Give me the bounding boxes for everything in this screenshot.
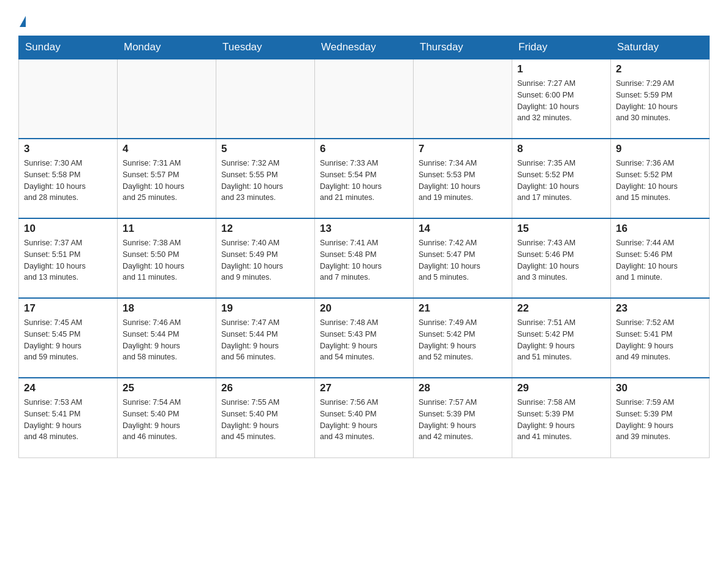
- calendar-cell: 14Sunrise: 7:42 AM Sunset: 5:47 PM Dayli…: [414, 218, 512, 298]
- day-info: Sunrise: 7:48 AM Sunset: 5:43 PM Dayligh…: [320, 317, 408, 363]
- day-info: Sunrise: 7:54 AM Sunset: 5:40 PM Dayligh…: [123, 397, 211, 443]
- day-info: Sunrise: 7:33 AM Sunset: 5:54 PM Dayligh…: [320, 158, 408, 204]
- calendar-cell: 26Sunrise: 7:55 AM Sunset: 5:40 PM Dayli…: [216, 378, 315, 458]
- logo: [18, 18, 26, 29]
- day-info: Sunrise: 7:57 AM Sunset: 5:39 PM Dayligh…: [419, 397, 507, 443]
- day-number: 5: [221, 143, 309, 155]
- calendar-cell: 6Sunrise: 7:33 AM Sunset: 5:54 PM Daylig…: [315, 139, 414, 218]
- day-info: Sunrise: 7:37 AM Sunset: 5:51 PM Dayligh…: [24, 237, 112, 283]
- day-number: 9: [616, 143, 704, 155]
- calendar-cell: 4Sunrise: 7:31 AM Sunset: 5:57 PM Daylig…: [118, 139, 216, 218]
- day-number: 14: [419, 223, 507, 235]
- day-number: 24: [24, 382, 112, 394]
- day-number: 28: [419, 382, 507, 394]
- day-info: Sunrise: 7:52 AM Sunset: 5:41 PM Dayligh…: [616, 317, 704, 363]
- page-header: [18, 12, 710, 29]
- calendar-cell: 5Sunrise: 7:32 AM Sunset: 5:55 PM Daylig…: [216, 139, 315, 218]
- day-number: 25: [123, 382, 211, 394]
- calendar-cell: 1Sunrise: 7:27 AM Sunset: 6:00 PM Daylig…: [512, 59, 611, 139]
- calendar-cell: 30Sunrise: 7:59 AM Sunset: 5:39 PM Dayli…: [611, 378, 710, 458]
- day-number: 23: [616, 302, 704, 315]
- calendar-table: SundayMondayTuesdayWednesdayThursdayFrid…: [18, 36, 710, 458]
- day-number: 4: [123, 143, 211, 155]
- day-number: 6: [320, 143, 408, 155]
- day-number: 26: [221, 382, 309, 394]
- day-number: 8: [517, 143, 605, 155]
- weekday-header-friday: Friday: [512, 36, 611, 59]
- calendar-cell: 3Sunrise: 7:30 AM Sunset: 5:58 PM Daylig…: [19, 139, 118, 218]
- day-info: Sunrise: 7:59 AM Sunset: 5:39 PM Dayligh…: [616, 397, 704, 443]
- day-number: 7: [419, 143, 507, 155]
- day-info: Sunrise: 7:44 AM Sunset: 5:46 PM Dayligh…: [616, 237, 704, 283]
- calendar-cell: 18Sunrise: 7:46 AM Sunset: 5:44 PM Dayli…: [118, 298, 216, 378]
- day-number: 15: [517, 223, 605, 235]
- calendar-cell: [414, 59, 512, 139]
- day-info: Sunrise: 7:35 AM Sunset: 5:52 PM Dayligh…: [517, 158, 605, 204]
- calendar-cell: [118, 59, 216, 139]
- day-info: Sunrise: 7:46 AM Sunset: 5:44 PM Dayligh…: [123, 317, 211, 363]
- day-info: Sunrise: 7:49 AM Sunset: 5:42 PM Dayligh…: [419, 317, 507, 363]
- day-info: Sunrise: 7:42 AM Sunset: 5:47 PM Dayligh…: [419, 237, 507, 283]
- day-number: 11: [123, 223, 211, 235]
- day-info: Sunrise: 7:47 AM Sunset: 5:44 PM Dayligh…: [221, 317, 309, 363]
- day-info: Sunrise: 7:36 AM Sunset: 5:52 PM Dayligh…: [616, 158, 704, 204]
- day-number: 13: [320, 223, 408, 235]
- calendar-cell: 16Sunrise: 7:44 AM Sunset: 5:46 PM Dayli…: [611, 218, 710, 298]
- day-info: Sunrise: 7:56 AM Sunset: 5:40 PM Dayligh…: [320, 397, 408, 443]
- day-info: Sunrise: 7:43 AM Sunset: 5:46 PM Dayligh…: [517, 237, 605, 283]
- calendar-cell: 20Sunrise: 7:48 AM Sunset: 5:43 PM Dayli…: [315, 298, 414, 378]
- calendar-cell: 7Sunrise: 7:34 AM Sunset: 5:53 PM Daylig…: [414, 139, 512, 218]
- day-number: 16: [616, 223, 704, 235]
- day-info: Sunrise: 7:32 AM Sunset: 5:55 PM Dayligh…: [221, 158, 309, 204]
- calendar-cell: 9Sunrise: 7:36 AM Sunset: 5:52 PM Daylig…: [611, 139, 710, 218]
- day-info: Sunrise: 7:55 AM Sunset: 5:40 PM Dayligh…: [221, 397, 309, 443]
- logo-triangle-icon: [20, 16, 26, 27]
- calendar-cell: 8Sunrise: 7:35 AM Sunset: 5:52 PM Daylig…: [512, 139, 611, 218]
- day-info: Sunrise: 7:41 AM Sunset: 5:48 PM Dayligh…: [320, 237, 408, 283]
- day-number: 10: [24, 223, 112, 235]
- day-number: 19: [221, 302, 309, 315]
- day-number: 17: [24, 302, 112, 315]
- day-info: Sunrise: 7:40 AM Sunset: 5:49 PM Dayligh…: [221, 237, 309, 283]
- week-row-5: 24Sunrise: 7:53 AM Sunset: 5:41 PM Dayli…: [19, 378, 710, 458]
- calendar-cell: 2Sunrise: 7:29 AM Sunset: 5:59 PM Daylig…: [611, 59, 710, 139]
- day-info: Sunrise: 7:53 AM Sunset: 5:41 PM Dayligh…: [24, 397, 112, 443]
- weekday-header-tuesday: Tuesday: [216, 36, 315, 59]
- calendar-cell: [19, 59, 118, 139]
- day-info: Sunrise: 7:58 AM Sunset: 5:39 PM Dayligh…: [517, 397, 605, 443]
- week-row-1: 1Sunrise: 7:27 AM Sunset: 6:00 PM Daylig…: [19, 59, 710, 139]
- day-number: 18: [123, 302, 211, 315]
- calendar-cell: 27Sunrise: 7:56 AM Sunset: 5:40 PM Dayli…: [315, 378, 414, 458]
- week-row-2: 3Sunrise: 7:30 AM Sunset: 5:58 PM Daylig…: [19, 139, 710, 218]
- day-info: Sunrise: 7:45 AM Sunset: 5:45 PM Dayligh…: [24, 317, 112, 363]
- day-info: Sunrise: 7:27 AM Sunset: 6:00 PM Dayligh…: [517, 78, 605, 124]
- weekday-header-row: SundayMondayTuesdayWednesdayThursdayFrid…: [19, 36, 710, 59]
- day-number: 2: [616, 63, 704, 75]
- day-number: 20: [320, 302, 408, 315]
- calendar-cell: 22Sunrise: 7:51 AM Sunset: 5:42 PM Dayli…: [512, 298, 611, 378]
- calendar-cell: 29Sunrise: 7:58 AM Sunset: 5:39 PM Dayli…: [512, 378, 611, 458]
- calendar-cell: 23Sunrise: 7:52 AM Sunset: 5:41 PM Dayli…: [611, 298, 710, 378]
- calendar-cell: [315, 59, 414, 139]
- calendar-cell: 25Sunrise: 7:54 AM Sunset: 5:40 PM Dayli…: [118, 378, 216, 458]
- weekday-header-monday: Monday: [118, 36, 216, 59]
- day-number: 29: [517, 382, 605, 394]
- day-number: 22: [517, 302, 605, 315]
- calendar-cell: 24Sunrise: 7:53 AM Sunset: 5:41 PM Dayli…: [19, 378, 118, 458]
- calendar-cell: 21Sunrise: 7:49 AM Sunset: 5:42 PM Dayli…: [414, 298, 512, 378]
- day-number: 3: [24, 143, 112, 155]
- day-number: 30: [616, 382, 704, 394]
- calendar-cell: 12Sunrise: 7:40 AM Sunset: 5:49 PM Dayli…: [216, 218, 315, 298]
- calendar-cell: 13Sunrise: 7:41 AM Sunset: 5:48 PM Dayli…: [315, 218, 414, 298]
- calendar-cell: 17Sunrise: 7:45 AM Sunset: 5:45 PM Dayli…: [19, 298, 118, 378]
- calendar-cell: [216, 59, 315, 139]
- weekday-header-thursday: Thursday: [414, 36, 512, 59]
- day-info: Sunrise: 7:51 AM Sunset: 5:42 PM Dayligh…: [517, 317, 605, 363]
- calendar-cell: 15Sunrise: 7:43 AM Sunset: 5:46 PM Dayli…: [512, 218, 611, 298]
- week-row-4: 17Sunrise: 7:45 AM Sunset: 5:45 PM Dayli…: [19, 298, 710, 378]
- week-row-3: 10Sunrise: 7:37 AM Sunset: 5:51 PM Dayli…: [19, 218, 710, 298]
- calendar-cell: 11Sunrise: 7:38 AM Sunset: 5:50 PM Dayli…: [118, 218, 216, 298]
- day-info: Sunrise: 7:31 AM Sunset: 5:57 PM Dayligh…: [123, 158, 211, 204]
- day-number: 27: [320, 382, 408, 394]
- weekday-header-saturday: Saturday: [611, 36, 710, 59]
